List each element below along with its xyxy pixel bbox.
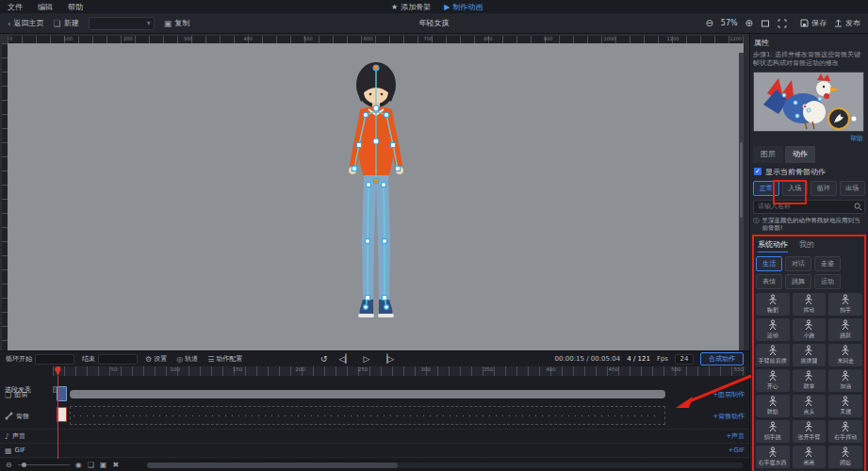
show-current-action-row[interactable]: ✓ 显示当前骨骼动作 [754, 167, 865, 177]
help-link[interactable]: 帮助 [753, 134, 863, 143]
next-frame-button[interactable]: ▕▷ [381, 354, 394, 364]
copy-keyframe-button[interactable]: ❏ [88, 461, 94, 469]
type-filter-button[interactable]: 出场 [840, 181, 866, 196]
action-preset[interactable]: 蹲起 [828, 446, 862, 468]
zoom-out-button[interactable]: ⊖ [705, 19, 712, 28]
gif-track-lane[interactable] [53, 444, 700, 457]
character-figure[interactable] [324, 57, 428, 341]
category-chip[interactable]: 跳舞 [785, 274, 811, 289]
canvas-scrollbar[interactable] [739, 53, 744, 350]
action-preset[interactable]: 小跑 [793, 318, 827, 341]
new-button[interactable]: ❏ 新建 [54, 18, 79, 28]
menu-item[interactable]: 帮助 [68, 2, 83, 12]
stick-figure-icon [803, 294, 814, 305]
copy-button[interactable]: ▣ 复制 [164, 18, 190, 28]
zoom-in-button[interactable]: ⊕ [745, 19, 753, 28]
layer-track-lane[interactable] [53, 385, 700, 404]
locate-playhead-button[interactable]: ◉ [75, 461, 82, 469]
action-preset[interactable]: 来回走 [828, 344, 862, 366]
action-preset[interactable]: 挥动 [793, 293, 827, 316]
stick-figure-icon [767, 294, 778, 305]
sound-track-lane[interactable] [53, 430, 700, 443]
action-preset[interactable]: 叉腰 [828, 395, 862, 417]
category-chip[interactable]: 表情 [756, 274, 782, 289]
play-button[interactable]: ▷ [363, 354, 369, 364]
add-bone-action-link[interactable]: +骨骼动作 [700, 412, 749, 421]
library-tab[interactable]: 我的 [799, 239, 814, 252]
category-chip[interactable]: 对话 [785, 256, 811, 271]
action-preset[interactable]: 鼓掌 [793, 369, 827, 392]
paste-keyframe-button[interactable]: ▣ [100, 461, 107, 469]
publish-button[interactable]: 发布 [834, 18, 860, 28]
loop-start-input[interactable] [35, 354, 74, 365]
stage[interactable] [8, 43, 744, 350]
action-preset[interactable]: 运动 [756, 318, 790, 341]
prev-frame-button[interactable]: ◁▏ [339, 354, 352, 364]
action-preset[interactable]: 拍手 [828, 293, 862, 316]
action-preset[interactable]: 画画 [793, 446, 827, 468]
action-preset[interactable]: 手臂前后摆 [756, 344, 790, 366]
action-preset[interactable]: 鼓励 [756, 395, 790, 417]
fps-input[interactable] [675, 354, 694, 365]
layer-clip-bar[interactable] [70, 390, 665, 398]
action-preset[interactable]: 点头 [793, 395, 827, 417]
annotation-box-action-tab [773, 180, 807, 204]
checkbox-checked-icon[interactable]: ✓ [754, 168, 762, 175]
toolbar: ‹ 返回主页 ❏ 新建 ▾ ▣ 复制 年轻女孩 ⊖ 57% ⊕ [0, 13, 868, 34]
timeline-ruler[interactable]: 050100150200250300350400450500550 [53, 366, 745, 376]
fit-screen-icon[interactable] [761, 19, 770, 28]
ruler-label: 200 [295, 366, 305, 376]
ruler-label: 100 [63, 36, 73, 41]
category-chip[interactable]: 走姿 [814, 256, 841, 271]
canvas-area: 0100200300400500600700800900100011001200 [0, 34, 749, 350]
action-preset[interactable]: 跳跃 [828, 318, 862, 341]
category-chip[interactable]: 生活 [756, 256, 782, 271]
add-sound-link[interactable]: +声音 [700, 431, 749, 441]
action-preset[interactable]: 摇摆腿 [793, 344, 827, 366]
frame-display: 4 / 121 [627, 355, 650, 363]
menu-item[interactable]: 编辑 [38, 2, 53, 12]
compose-action-button[interactable]: 合成动作 [700, 352, 744, 365]
restart-button[interactable]: ↺ [320, 354, 328, 364]
search-input[interactable] [753, 200, 865, 214]
track-button[interactable]: ◎ 轨道 [176, 354, 198, 364]
mode-tab-icon: ★ [391, 3, 398, 11]
save-button[interactable]: 保存 [800, 18, 827, 28]
mode-tab[interactable]: ★ 添加骨架 [391, 2, 431, 12]
playhead-pin[interactable] [55, 366, 61, 376]
action-preset[interactable]: 加油 [828, 369, 862, 392]
menu-item[interactable]: 文件 [8, 2, 23, 12]
bone-track-lane[interactable] [53, 404, 700, 429]
stick-figure-icon [803, 345, 814, 356]
settings-button[interactable]: ⚙ 设置 [145, 354, 167, 364]
add-gif-link[interactable]: +GIF [700, 447, 749, 454]
fullscreen-icon[interactable] [778, 19, 787, 28]
delete-keyframe-button[interactable]: ✖ [112, 461, 119, 469]
mode-tab[interactable]: ▶ 制作动画 [444, 2, 483, 12]
panel-tab[interactable]: 动作 [785, 146, 815, 163]
action-preset[interactable]: 张开手臂 [793, 420, 827, 443]
action-preset[interactable]: 鞠躬 [756, 293, 790, 316]
category-chip[interactable]: 运动 [814, 274, 841, 289]
add-layer-link[interactable]: +图层制作 [700, 390, 749, 399]
zoom-out-timeline-button[interactable]: ⊖ [6, 461, 12, 469]
timeline-scrollbar[interactable] [147, 463, 744, 468]
action-preset[interactable]: 右手提东西 [756, 446, 790, 468]
type-filter-button[interactable]: 循环 [811, 181, 837, 196]
action-preset[interactable]: 右手挥动 [828, 420, 862, 443]
preset-dropdown[interactable]: ▾ [89, 17, 155, 30]
end-input[interactable] [98, 354, 138, 365]
action-preview[interactable] [753, 72, 864, 132]
ruler-label: 1000 [604, 36, 616, 41]
timeline-zoom-slider[interactable] [18, 464, 70, 465]
action-config-button[interactable]: ☰ 动作配置 [207, 354, 242, 364]
library-tab[interactable]: 系统动作 [758, 239, 788, 252]
ruler-horizontal: 0100200300400500600700800900100011001200 [8, 36, 744, 43]
panel-tab[interactable]: 图层 [753, 146, 783, 163]
type-filters: 正常入场循环出场 [753, 181, 865, 196]
back-home-button[interactable]: ‹ 返回主页 [8, 18, 44, 28]
action-preset[interactable]: 开心 [756, 369, 790, 392]
ruler-label: 450 [609, 366, 619, 376]
action-preset[interactable]: 招手跳 [756, 420, 790, 443]
zoom-level: 57% [721, 19, 738, 27]
